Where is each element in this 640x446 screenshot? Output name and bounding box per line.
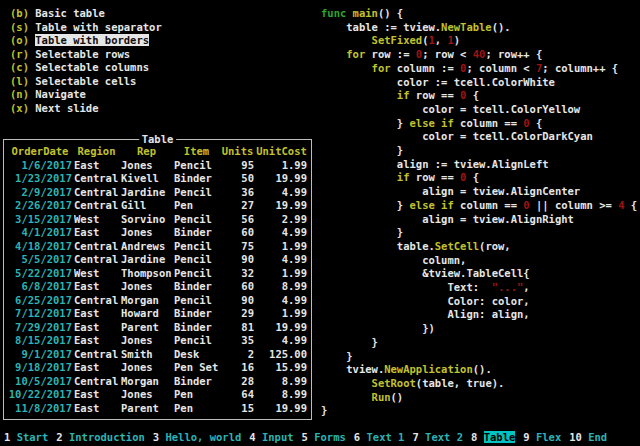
table-row: 6/25/2017CentralMorganPencil904.99 <box>8 294 307 308</box>
code-token: row := <box>365 48 416 60</box>
status-bar: 1 Start2 Introduction3 Hello, world4 Inp… <box>4 431 607 443</box>
menu-item-next-slide[interactable]: (x) Next slide <box>10 102 162 116</box>
statusbar-slide-flex[interactable]: 9 Flex <box>523 431 561 443</box>
table-cell: Pen Set <box>174 361 219 375</box>
code-token: func <box>321 7 353 19</box>
statusbar-slide-hello-world[interactable]: 3 Hello, world <box>153 431 242 443</box>
table-row: 9/18/2017EastJonesPen Set1615.99 <box>8 361 307 375</box>
statusbar-slide-label: Table <box>484 431 516 443</box>
code-token: (table, true). <box>416 377 505 389</box>
table-cell: Binder <box>174 280 219 294</box>
table-cell: 4/18/2017 <box>8 240 72 254</box>
statusbar-slide-number: 5 <box>302 431 308 443</box>
menu-item-key: (o) <box>10 34 29 46</box>
code-token: align := tview.AlignLeft <box>321 158 549 170</box>
code-line: SetFixed(1, 1) <box>321 34 637 48</box>
table-cell: 19.99 <box>256 402 307 416</box>
code-line: Align: align, <box>321 308 637 322</box>
table-cell: Sorvino <box>121 213 172 227</box>
table-cell: Central <box>74 253 119 267</box>
menu-item-selectable-columns[interactable]: (c) Selectable columns <box>10 61 162 75</box>
statusbar-slide-number: 7 <box>412 431 418 443</box>
statusbar-slide-text-1[interactable]: 6 Text 1 <box>354 431 405 443</box>
statusbar-slide-label: Text 2 <box>425 431 463 443</box>
code-token: color = tcell.ColorYellow <box>321 103 580 115</box>
statusbar-slide-text-2[interactable]: 7 Text 2 <box>412 431 463 443</box>
table-row: 5/22/2017WestThompsonPencil321.99 <box>8 267 307 281</box>
code-token: Align: align, <box>321 308 530 320</box>
table-cell: Kivell <box>121 172 172 186</box>
table-cell: 4.99 <box>256 253 307 267</box>
table-cell: 6/8/2017 <box>8 280 72 294</box>
table-cell: Andrews <box>121 240 172 254</box>
table-cell: 27 <box>221 199 254 213</box>
statusbar-slide-start[interactable]: 1 Start <box>4 431 48 443</box>
code-token: column := <box>391 62 461 74</box>
table-header-cell: Units <box>221 145 254 159</box>
menu-item-basic-table[interactable]: (b) Basic table <box>10 7 162 21</box>
table-cell: Jones <box>121 280 172 294</box>
code-token: column == <box>454 199 524 211</box>
code-line: } <box>321 144 637 158</box>
code-line: align := tview.AlignLeft <box>321 158 637 172</box>
table-cell: Pencil <box>174 334 219 348</box>
statusbar-slide-input[interactable]: 4 Input <box>249 431 293 443</box>
table-cell: Central <box>74 375 119 389</box>
table-cell: Gill <box>121 199 172 213</box>
table-cell: East <box>74 402 119 416</box>
code-token: || column >= <box>530 199 619 211</box>
table-cell: Central <box>74 186 119 200</box>
statusbar-slide-end[interactable]: 10 End <box>569 431 607 443</box>
code-line: func main() { <box>321 7 637 21</box>
code-line: color = tcell.ColorDarkCyan <box>321 130 637 144</box>
code-line: SetRoot(table, true). <box>321 377 637 391</box>
code-line: } <box>321 350 637 364</box>
table-cell: 1.99 <box>256 159 307 173</box>
table-cell: Central <box>74 294 119 308</box>
table-cell: 90 <box>221 294 254 308</box>
menu-item-selectable-rows[interactable]: (r) Selectable rows <box>10 48 162 62</box>
statusbar-slide-label: Flex <box>536 431 561 443</box>
table-cell: 16 <box>221 361 254 375</box>
code-line: } <box>321 226 637 240</box>
table-cell: Central <box>74 240 119 254</box>
table-row: 1/6/2017EastJonesPencil951.99 <box>8 159 307 173</box>
table-cell: Howard <box>121 307 172 321</box>
code-line: &tview.TableCell{ <box>321 267 637 281</box>
code-token: align = tview.AlignCenter <box>321 185 580 197</box>
table-cell: Jones <box>121 159 172 173</box>
statusbar-slide-table[interactable]: 8 Table <box>471 431 515 443</box>
table-row: 6/8/2017EastJonesBinder608.99 <box>8 280 307 294</box>
menu-item-selectable-cells[interactable]: (l) Selectable cells <box>10 75 162 89</box>
menu-item-navigate[interactable]: (n) Navigate <box>10 88 162 102</box>
code-token: () { <box>378 7 403 19</box>
code-token: } <box>321 404 327 416</box>
code-line: color := tcell.ColorWhite <box>321 76 637 90</box>
table-cell: 28 <box>221 375 254 389</box>
table-cell: 1.99 <box>256 307 307 321</box>
menu-item-table-with-borders[interactable]: (o) Table with borders <box>10 34 162 48</box>
table-cell: 90 <box>221 253 254 267</box>
menu-item-table-with-separator[interactable]: (s) Table with separator <box>10 21 162 35</box>
menu-item-key: (l) <box>10 75 29 87</box>
menu-item-key: (s) <box>10 21 29 33</box>
menu-item-label: Basic table <box>35 7 105 19</box>
code-token: { <box>625 199 638 211</box>
menu-item-key: (c) <box>10 61 29 73</box>
menu-item-label: Next slide <box>35 102 98 114</box>
statusbar-slide-forms[interactable]: 5 Forms <box>302 431 346 443</box>
table-cell: Binder <box>174 172 219 186</box>
code-token <box>321 391 372 403</box>
table-cell: 35 <box>221 334 254 348</box>
table-cell: 4.99 <box>256 294 307 308</box>
code-token: } <box>321 144 403 156</box>
table-cell: Parent <box>121 321 172 335</box>
table-header-cell: Region <box>74 145 119 159</box>
table-cell: Pen <box>174 199 219 213</box>
statusbar-slide-number: 8 <box>471 431 477 443</box>
statusbar-slide-label: Introduction <box>69 431 145 443</box>
statusbar-slide-introduction[interactable]: 2 Introduction <box>56 431 145 443</box>
table-cell: 6/25/2017 <box>8 294 72 308</box>
table-row: 7/12/2017EastHowardBinder291.99 <box>8 307 307 321</box>
table-cell: East <box>74 361 119 375</box>
